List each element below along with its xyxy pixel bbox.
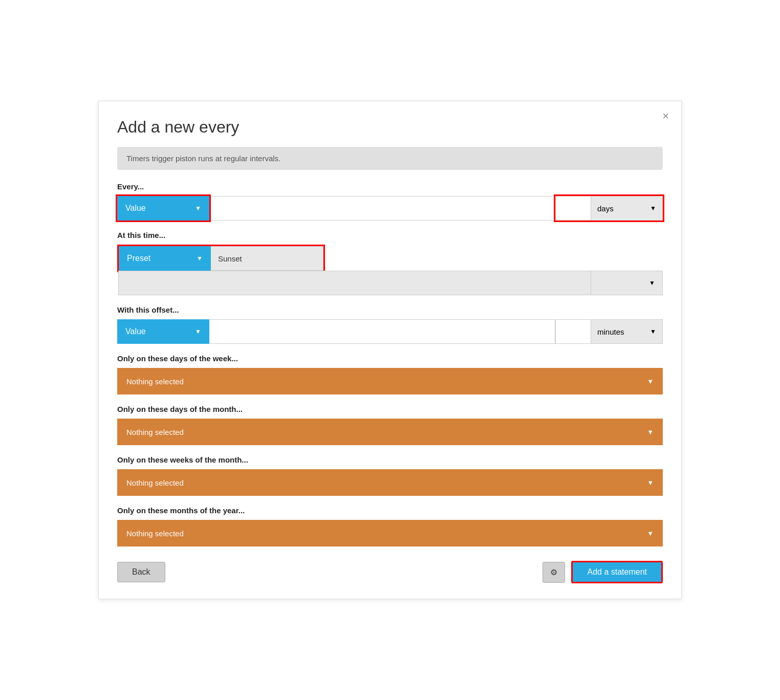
at-this-time-extra-row: ▼ (117, 271, 663, 295)
days-of-week-dropdown[interactable]: Nothing selected ▼ (117, 368, 663, 395)
footer: Back ⚙ Add a statement (117, 561, 663, 583)
close-button[interactable]: × (662, 111, 669, 122)
footer-right: ⚙ Add a statement (543, 561, 663, 583)
months-of-year-dropdown[interactable]: Nothing selected ▼ (117, 520, 663, 546)
modal-title: Add a new every (117, 118, 663, 137)
offset-unit-label: minutes (597, 327, 624, 336)
weeks-of-month-caret: ▼ (647, 479, 654, 487)
every-unit-caret: ▼ (650, 205, 656, 212)
weeks-of-month-dropdown[interactable]: Nothing selected ▼ (117, 469, 663, 496)
every-value-dropdown[interactable]: Value ▼ (117, 196, 209, 221)
months-of-year-caret: ▼ (647, 530, 654, 537)
offset-text-input[interactable] (209, 319, 555, 344)
days-of-month-value: Nothing selected (126, 428, 184, 436)
every-label: Every... (117, 182, 663, 191)
offset-value-dropdown[interactable]: Value ▼ (117, 319, 209, 344)
every-value-label: Value (125, 204, 146, 213)
offset-label: With this offset... (117, 305, 663, 314)
every-section: Every... Value ▼ 1 days ▼ (117, 182, 663, 221)
offset-row: Value ▼ 0 minutes ▼ (117, 319, 663, 344)
offset-unit-dropdown[interactable]: minutes ▼ (591, 319, 663, 344)
at-this-time-extra-caret: ▼ (649, 279, 655, 287)
preset-value: Sunset (211, 246, 323, 271)
weeks-of-month-section: Only on these weeks of the month... Noth… (117, 455, 663, 496)
days-of-month-caret: ▼ (647, 428, 654, 436)
offset-unit-caret: ▼ (650, 328, 656, 335)
offset-value-label: Value (125, 327, 146, 336)
days-of-week-section: Only on these days of the week... Nothin… (117, 354, 663, 395)
months-of-year-value: Nothing selected (126, 529, 184, 538)
days-of-month-section: Only on these days of the month... Nothi… (117, 405, 663, 445)
back-button[interactable]: Back (117, 562, 165, 582)
at-this-time-extra-dropdown[interactable]: ▼ (591, 271, 663, 295)
every-unit-label: days (597, 204, 614, 213)
days-of-week-label: Only on these days of the week... (117, 354, 663, 363)
weeks-of-month-value: Nothing selected (126, 478, 184, 487)
days-of-month-label: Only on these days of the month... (117, 405, 663, 413)
add-statement-button[interactable]: Add a statement (571, 561, 663, 583)
gear-button[interactable]: ⚙ (543, 562, 565, 583)
months-of-year-label: Only on these months of the year... (117, 506, 663, 515)
at-this-time-label: At this time... (117, 231, 663, 239)
preset-caret: ▼ (197, 255, 203, 262)
modal-container: × Add a new every Timers trigger piston … (98, 101, 682, 599)
at-this-time-row: Preset ▼ Sunset (117, 245, 325, 272)
offset-number-input[interactable]: 0 (555, 319, 591, 344)
gear-icon: ⚙ (550, 567, 557, 577)
every-number-unit-group: 1 days ▼ (555, 196, 663, 221)
info-box: Timers trigger piston runs at regular in… (117, 147, 663, 170)
every-text-input[interactable] (209, 196, 555, 221)
weeks-of-month-label: Only on these weeks of the month... (117, 455, 663, 464)
months-of-year-section: Only on these months of the year... Noth… (117, 506, 663, 546)
offset-value-caret: ▼ (195, 328, 201, 335)
preset-dropdown[interactable]: Preset ▼ (119, 246, 211, 271)
preset-label: Preset (127, 254, 150, 263)
offset-section: With this offset... Value ▼ 0 minutes ▼ (117, 305, 663, 344)
every-unit-dropdown[interactable]: days ▼ (591, 196, 663, 221)
every-number-input[interactable]: 1 (555, 196, 591, 221)
every-value-caret: ▼ (195, 205, 201, 212)
days-of-week-caret: ▼ (647, 378, 654, 385)
every-row: Value ▼ 1 days ▼ (117, 196, 663, 221)
days-of-week-value: Nothing selected (126, 377, 184, 386)
at-this-time-section: At this time... Preset ▼ Sunset ▼ (117, 231, 663, 295)
days-of-month-dropdown[interactable]: Nothing selected ▼ (117, 419, 663, 445)
